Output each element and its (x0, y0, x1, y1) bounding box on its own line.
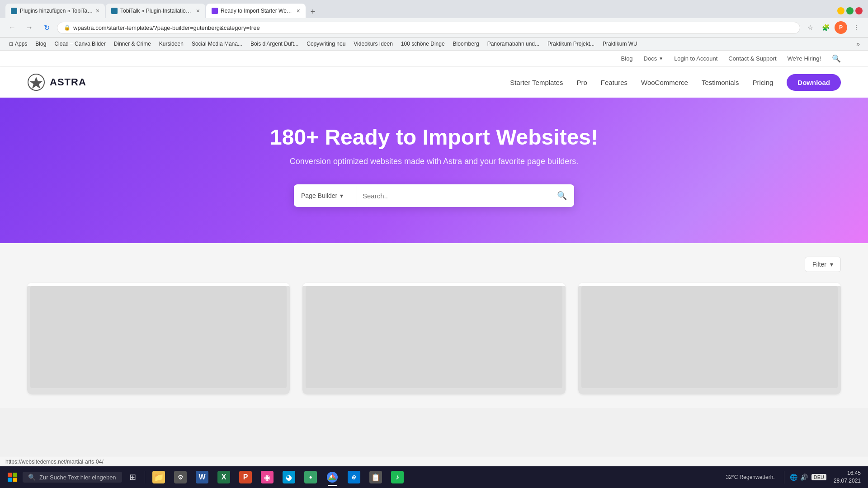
browser-tab-1[interactable]: Plugins hinzufügen « TobiTalk — × (5, 4, 105, 18)
bookmark-kursideen[interactable]: Kursideen (156, 39, 187, 48)
taskbar-divider-2 (784, 471, 784, 483)
bookmark-star-button[interactable]: ☆ (804, 21, 816, 34)
bookmark-praktikum-wu[interactable]: Praktikum WU (599, 39, 641, 48)
sound-icon[interactable]: 🔊 (800, 474, 808, 481)
bookmarks-more-button[interactable]: » (854, 39, 863, 49)
taskbar-file-explorer[interactable]: 📁 (149, 467, 169, 487)
top-nav-hiring[interactable]: We're Hiring! (788, 55, 821, 62)
taskbar-word[interactable]: W (192, 467, 212, 487)
top-nav-docs[interactable]: Docs ▼ (644, 55, 664, 62)
tab-close-3[interactable]: × (297, 7, 300, 14)
spotify-icon: ♪ (391, 471, 404, 483)
svg-rect-2 (13, 473, 17, 477)
filter-button[interactable]: Filter ▾ (805, 257, 841, 272)
taskbar-chrome[interactable] (322, 467, 342, 487)
top-nav-contact[interactable]: Contact & Support (728, 55, 776, 62)
svg-rect-4 (13, 478, 17, 482)
search-icon: 🔍 (557, 191, 567, 200)
taskbar-app6[interactable]: ◉ (257, 467, 277, 487)
app7-icon: ◕ (283, 471, 295, 483)
bookmark-praktikum1[interactable]: Praktikum Projekt... (544, 39, 598, 48)
back-button[interactable]: ← (5, 21, 19, 34)
bookmark-copywriting[interactable]: Copywriting neu (303, 39, 349, 48)
nav-features[interactable]: Features (601, 79, 627, 86)
nav-pro[interactable]: Pro (576, 79, 587, 86)
taskbar-edge[interactable]: e (344, 467, 364, 487)
tab-close-1[interactable]: × (96, 7, 99, 14)
template-thumb-inner-3 (581, 286, 838, 388)
maximize-button[interactable]: □ (846, 7, 854, 14)
template-card-1[interactable] (27, 283, 290, 394)
taskbar-search[interactable]: 🔍 Zur Suche Text hier eingeben (23, 472, 122, 483)
minimize-button[interactable]: – (837, 7, 844, 14)
top-nav-blog[interactable]: Blog (621, 55, 633, 62)
menu-button[interactable]: ⋮ (850, 21, 863, 34)
bookmark-dinner[interactable]: Dinner & Crime (110, 39, 155, 48)
forward-button[interactable]: → (23, 21, 36, 34)
taskbar-clock[interactable]: 16:45 28.07.2021 (830, 469, 864, 485)
bookmark-apps[interactable]: ⊞ Apps (5, 39, 31, 48)
nav-pricing[interactable]: Pricing (752, 79, 773, 86)
template-thumb-inner-1 (30, 286, 287, 388)
bookmark-social-label: Social Media Mana... (192, 41, 242, 47)
status-bar: https://websitedemos.net/martial-arts-04… (0, 457, 868, 466)
svg-rect-1 (8, 473, 12, 477)
profile-button[interactable]: P (835, 21, 847, 34)
taskbar-powerpoint[interactable]: P (236, 467, 255, 487)
taskbar-app11[interactable]: 📋 (366, 467, 386, 487)
network-icon[interactable]: 🌐 (790, 474, 797, 481)
top-nav-search-icon[interactable]: 🔍 (832, 54, 841, 63)
template-card-3[interactable] (578, 283, 841, 394)
page-builder-select[interactable]: Page Builder ▾ (294, 186, 357, 206)
taskbar-excel[interactable]: X (214, 467, 234, 487)
bookmark-panorama[interactable]: Panoramabahn und... (484, 39, 543, 48)
bookmark-blog[interactable]: Blog (32, 39, 50, 48)
taskbar: 🔍 Zur Suche Text hier eingeben ⊞ 📁 ⚙ W X… (0, 466, 868, 488)
nav-woocommerce[interactable]: WooCommerce (641, 79, 688, 86)
filter-bar: Filter ▾ (27, 257, 841, 272)
tab-favicon-3 (212, 8, 218, 14)
tab-close-2[interactable]: × (196, 7, 200, 14)
search-button[interactable]: 🔍 (550, 184, 574, 207)
download-button[interactable]: Download (787, 74, 841, 91)
taskbar-unknown-1[interactable]: ⚙ (170, 467, 190, 487)
logo[interactable]: ASTRA (27, 73, 86, 91)
bookmark-videokurs[interactable]: Videokurs Ideen (350, 39, 396, 48)
task-view-button[interactable]: ⊞ (124, 469, 141, 486)
start-button[interactable] (4, 469, 21, 486)
close-button[interactable]: × (855, 7, 863, 14)
bookmark-bois[interactable]: Bois d'Argent Duft... (247, 39, 302, 48)
tab-title-1: Plugins hinzufügen « TobiTalk — (20, 8, 93, 14)
taskbar-app7[interactable]: ◕ (279, 467, 299, 487)
status-url: https://websitedemos.net/martial-arts-04… (5, 459, 104, 465)
taskbar-app8[interactable]: ● (301, 467, 321, 487)
reload-button[interactable]: ↻ (40, 21, 53, 34)
extensions-button[interactable]: 🧩 (819, 21, 832, 34)
bookmark-panorama-label: Panoramabahn und... (487, 41, 539, 47)
taskbar-spotify[interactable]: ♪ (387, 467, 407, 487)
main-nav: ASTRA Starter Templates Pro Features Woo… (0, 67, 868, 98)
address-bar[interactable]: 🔒 wpastra.com/starter-templates/?page-bu… (57, 22, 800, 34)
bookmark-100dinge[interactable]: 100 schöne Dinge (397, 39, 448, 48)
browser-tab-2[interactable]: TobiTalk « Plugin-Installation — × (106, 4, 205, 18)
logo-icon (27, 73, 45, 91)
url-text: wpastra.com/starter-templates/?page-buil… (73, 24, 793, 31)
nav-testimonials[interactable]: Testimonials (702, 79, 739, 86)
top-nav-login[interactable]: Login to Account (674, 55, 717, 62)
edge-icon: e (348, 471, 360, 483)
templates-grid (27, 283, 841, 394)
bookmark-bloomberg[interactable]: Bloomberg (449, 39, 483, 48)
hero-subtitle: Conversion optimized websites made with … (27, 157, 841, 166)
file-explorer-icon: 📁 (152, 471, 165, 483)
windows-logo-icon (8, 473, 17, 482)
search-input[interactable] (363, 186, 544, 206)
language-badge[interactable]: DEU (811, 474, 826, 480)
bookmark-social[interactable]: Social Media Mana... (188, 39, 246, 48)
browser-tab-3[interactable]: Ready to Import Starter Websi... × (206, 4, 306, 18)
browser-toolbar: ← → ↻ 🔒 wpastra.com/starter-templates/?p… (0, 18, 868, 38)
new-tab-button[interactable]: + (307, 5, 319, 18)
nav-starter-templates[interactable]: Starter Templates (510, 79, 563, 86)
template-card-2[interactable] (302, 283, 565, 394)
bookmark-cload[interactable]: Cload – Canva Bilder (51, 39, 109, 48)
template-thumbnail-3 (578, 286, 841, 394)
